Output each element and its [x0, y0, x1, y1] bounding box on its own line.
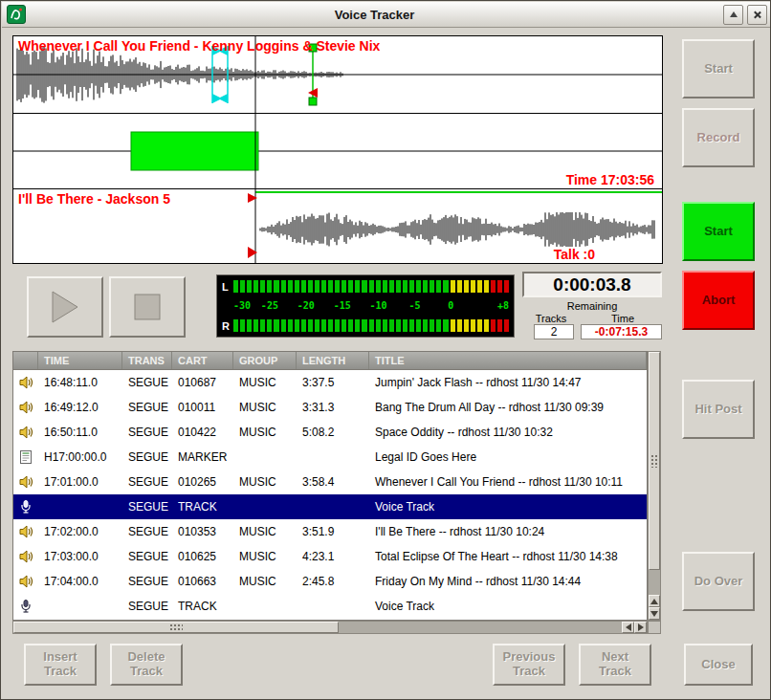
remaining-time-value: -0:07:15.3: [581, 324, 662, 339]
meter-segment: [301, 319, 306, 332]
meter-segment: [457, 319, 462, 332]
stop-button[interactable]: [109, 276, 186, 338]
playlist-row[interactable]: SEGUETRACKVoice Track: [13, 494, 647, 519]
mic-icon: [13, 599, 38, 614]
header-title: TITLE: [369, 352, 647, 369]
meter-segment: [416, 319, 421, 332]
next-track-button[interactable]: Next Track: [579, 644, 651, 686]
cell-group: MUSIC: [233, 475, 297, 489]
meter-segment: [443, 319, 448, 332]
play-icon: [52, 291, 78, 323]
meter-segment: [376, 280, 381, 293]
cell-trans: SEGUE: [122, 475, 172, 489]
insert-track-button[interactable]: Insert Track: [24, 644, 97, 686]
cell-trans: SEGUE: [122, 525, 172, 538]
meter-segment: [409, 280, 414, 293]
meter-segment: [233, 280, 238, 293]
meter-segment: [396, 319, 401, 332]
speaker-icon: [13, 574, 38, 589]
cell-title: Space Oddity -- rdhost 11/30 10:32: [369, 426, 647, 439]
cell-length: 3:31.3: [297, 401, 369, 414]
speaker-icon: [13, 375, 38, 390]
speaker-icon: [13, 425, 38, 440]
record-button[interactable]: Record: [682, 108, 755, 167]
meter-segment: [383, 319, 387, 332]
scroll-right-button[interactable]: [634, 622, 647, 633]
start-track1-button[interactable]: Start: [682, 39, 755, 98]
cell-length: 3:37.5: [297, 376, 369, 389]
playlist-row[interactable]: 17:03:00.0SEGUE010625MUSIC4:23.1Total Ec…: [13, 544, 647, 569]
cell-title: Legal ID Goes Here: [369, 450, 647, 464]
hit-post-button[interactable]: Hit Post: [682, 380, 755, 439]
cell-time: 17:03:00.0: [38, 550, 122, 563]
grip-icon: [169, 623, 183, 631]
playlist-row[interactable]: 16:50:11.0SEGUE010422MUSIC5:08.2Space Od…: [13, 420, 647, 445]
window-title: Voice Tracker: [26, 8, 723, 22]
playlist-vertical-scrollbar[interactable]: [648, 351, 661, 621]
abort-button[interactable]: Abort: [682, 271, 755, 330]
scroll-left-button[interactable]: [622, 622, 634, 633]
playlist-row[interactable]: 17:01:00.0SEGUE010265MUSIC3:58.4Whenever…: [13, 470, 647, 494]
meter-segment: [416, 280, 421, 293]
cell-trans: SEGUE: [122, 500, 172, 514]
start-track2-button[interactable]: Start: [682, 202, 755, 261]
scroll-up-button[interactable]: [649, 595, 660, 607]
playlist-row[interactable]: 16:49:12.0SEGUE010011MUSIC3:31.3Bang The…: [13, 395, 647, 420]
cell-title: I'll Be There -- rdhost 11/30 10:24: [369, 525, 647, 538]
horizontal-scrollbar-thumb[interactable]: [13, 622, 339, 633]
playlist-row[interactable]: 16:48:11.0SEGUE010687MUSIC3:37.5Jumpin' …: [13, 370, 647, 395]
meter-segment: [403, 280, 408, 293]
meter-segment: [504, 319, 509, 332]
cell-group: MUSIC: [233, 575, 297, 588]
meter-segment: [281, 280, 286, 293]
cell-title: Jumpin' Jack Flash -- rdhost 11/30 14:47: [369, 376, 647, 389]
close-button[interactable]: Close: [684, 644, 753, 686]
play-button[interactable]: [27, 276, 103, 338]
close-icon: [753, 11, 761, 19]
meter-segment: [321, 280, 326, 293]
shade-window-button[interactable]: [723, 5, 743, 25]
cell-time: 17:04:00.0: [38, 575, 122, 588]
playlist-row[interactable]: 17:04:00.0SEGUE010663MUSIC2:45.8Friday O…: [13, 569, 647, 594]
cell-group: MUSIC: [233, 376, 297, 389]
meter-segment: [341, 280, 346, 293]
meter-segment: [497, 319, 502, 332]
playlist-row[interactable]: H17:00:00.0SEGUEMARKERLegal ID Goes Here: [13, 445, 647, 470]
track2-waveform-panel[interactable]: I'll Be There - Jackson 5 Talk :0: [12, 188, 663, 264]
delete-track-button[interactable]: Delete Track: [110, 644, 183, 686]
cell-title: Total Eclipse Of The Heart -- rdhost 11/…: [369, 550, 647, 563]
meter-segment: [260, 319, 265, 332]
close-window-button[interactable]: [747, 5, 767, 25]
cell-trans: SEGUE: [122, 401, 172, 414]
cell-cart: 010353: [172, 525, 233, 538]
cell-title: Voice Track: [369, 500, 647, 514]
title-bar[interactable]: Voice Tracker: [2, 2, 771, 28]
voicetrack-panel[interactable]: Time 17:03:56: [12, 113, 663, 189]
meter-segment: [328, 319, 333, 332]
track1-waveform-panel[interactable]: Whenever I Call You Friend - Kenny Loggi…: [12, 35, 663, 114]
meter-segment: [281, 319, 286, 332]
cell-length: 3:51.9: [297, 525, 369, 538]
meter-segment: [315, 280, 319, 293]
playlist-row[interactable]: 17:02:00.0SEGUE010353MUSIC3:51.9I'll Be …: [13, 519, 647, 544]
meter-segment: [436, 280, 441, 293]
talk-time-display: Talk :0: [554, 247, 595, 262]
meter-segment: [341, 319, 346, 332]
previous-track-button[interactable]: Previous Track: [493, 644, 565, 686]
meter-segment: [436, 319, 441, 332]
scroll-down-button[interactable]: [649, 607, 660, 620]
speaker-icon: [13, 549, 38, 564]
vertical-scrollbar-thumb[interactable]: [649, 352, 660, 570]
header-icon-column: [13, 352, 38, 369]
cell-trans: SEGUE: [122, 600, 172, 613]
meter-segment: [335, 280, 340, 293]
meter-segment: [451, 319, 455, 332]
playlist-horizontal-scrollbar[interactable]: [12, 621, 648, 634]
meter-scale-label: +8: [497, 300, 509, 311]
playlist-header: TIME TRANS CART GROUP LENGTH TITLE: [12, 351, 648, 370]
meter-segment: [253, 280, 258, 293]
do-over-button[interactable]: Do Over: [682, 552, 755, 611]
meter-segment: [430, 280, 434, 293]
meter-segment: [497, 280, 502, 293]
playlist-row[interactable]: SEGUETRACKVoice Track: [13, 594, 647, 619]
